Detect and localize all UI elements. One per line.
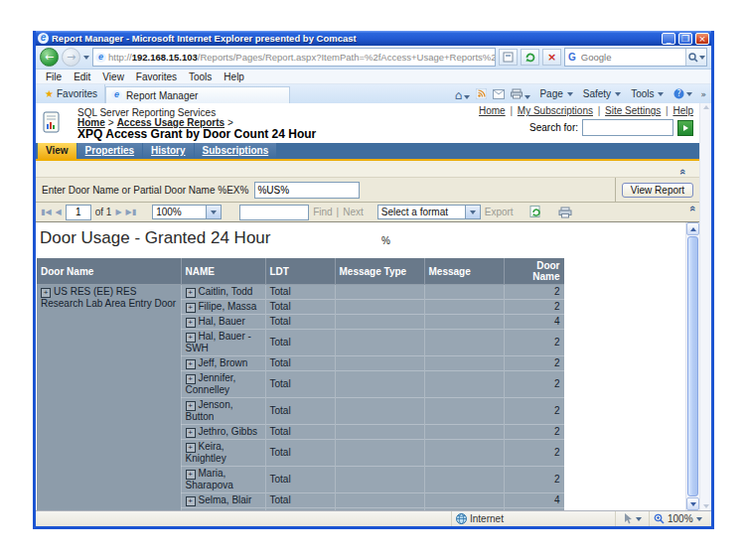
forward-button[interactable]: →: [62, 48, 80, 67]
expand-toggle-icon[interactable]: [186, 333, 196, 343]
report-scrollbar[interactable]: [685, 222, 699, 510]
count-cell: 2: [504, 425, 564, 440]
stop-button[interactable]: ×: [542, 49, 561, 66]
search-box[interactable]: G: [564, 48, 707, 67]
zoom-pane[interactable]: 100%: [650, 511, 711, 526]
zoom-magnifier-icon: [654, 513, 665, 524]
scroll-up-icon[interactable]: [686, 222, 699, 235]
protected-mode-pane[interactable]: [616, 511, 650, 526]
person-name-cell: Jeff, Brown: [181, 356, 265, 371]
menu-item-edit[interactable]: Edit: [68, 71, 96, 82]
collapse-toolbar-icon[interactable]: [687, 203, 699, 214]
address-input[interactable]: e http://192.168.15.103/Reports/Pages/Re…: [92, 48, 496, 67]
ldt-cell: Total: [265, 425, 335, 440]
refresh-button[interactable]: [521, 49, 539, 66]
site-search-go-button[interactable]: [677, 120, 693, 136]
refresh-report-icon[interactable]: [529, 206, 542, 218]
back-button[interactable]: ←: [40, 48, 59, 67]
column-header-name: NAME: [181, 258, 265, 285]
compatibility-icon: [503, 52, 514, 63]
mail-icon[interactable]: [493, 89, 505, 99]
count-cell: 2: [504, 371, 564, 398]
command-button-page[interactable]: Page: [534, 88, 577, 99]
column-header-ldt: LDT: [265, 258, 335, 285]
command-button-tools[interactable]: Tools: [626, 88, 669, 99]
top-link-help[interactable]: Help: [672, 105, 693, 116]
tab-view[interactable]: View: [38, 143, 76, 159]
format-select[interactable]: Select a format: [377, 205, 481, 219]
browser-scroll-up-icon[interactable]: [703, 105, 709, 109]
expand-toggle-icon[interactable]: [186, 401, 196, 411]
home-dropdown-icon[interactable]: [464, 95, 470, 99]
view-report-button[interactable]: View Report: [622, 183, 693, 198]
page-number-input[interactable]: [66, 205, 91, 220]
expand-toggle-icon[interactable]: [186, 496, 196, 506]
expand-toggle-icon[interactable]: [41, 288, 51, 298]
scroll-down-icon[interactable]: [686, 497, 699, 510]
feeds-icon[interactable]: [476, 88, 487, 99]
svg-text:?: ?: [677, 89, 681, 98]
expand-toggle-icon[interactable]: [186, 303, 196, 313]
url-host: 192.168.15.103: [132, 52, 198, 63]
help-menu-button[interactable]: ?: [669, 88, 697, 99]
status-bar: Internet 100%: [36, 510, 711, 526]
menu-item-help[interactable]: Help: [218, 71, 250, 82]
print-report-icon[interactable]: [558, 207, 572, 218]
expand-toggle-icon[interactable]: [186, 359, 196, 369]
menu-item-view[interactable]: View: [96, 71, 130, 82]
favorites-bar: ★ Favorites e Report Manager ⌂ PageSafet…: [36, 84, 711, 103]
toolbar-overflow-icon[interactable]: »: [697, 89, 709, 99]
site-search-input[interactable]: [582, 119, 673, 136]
maximize-button[interactable]: ❐: [678, 33, 692, 45]
print-dropdown-icon[interactable]: [524, 95, 530, 99]
home-button[interactable]: ⌂: [455, 85, 471, 103]
menu-item-tools[interactable]: Tools: [183, 71, 218, 82]
find-link[interactable]: Find: [313, 207, 332, 217]
search-options-icon[interactable]: [699, 56, 705, 60]
expand-toggle-icon[interactable]: [186, 470, 196, 480]
expand-toggle-icon[interactable]: [186, 428, 196, 438]
browser-scrollbar[interactable]: [699, 103, 711, 510]
next-page-icon[interactable]: ▶: [115, 208, 121, 216]
collapse-header-icon[interactable]: [677, 162, 689, 180]
pointer-dropdown-icon: [636, 517, 642, 521]
print-button[interactable]: [511, 85, 530, 103]
person-name-cell: Jenson, Button: [181, 398, 265, 425]
help-dropdown-icon: [686, 92, 692, 96]
browser-scroll-down-icon[interactable]: [703, 504, 709, 508]
first-page-icon[interactable]: ▮◀: [41, 208, 52, 216]
tab-report-manager[interactable]: e Report Manager: [105, 86, 290, 103]
menu-item-file[interactable]: File: [40, 71, 68, 82]
top-link-site-settings[interactable]: Site Settings: [605, 105, 661, 116]
web-search-input[interactable]: [579, 51, 685, 64]
window-title: Report Manager - Microsoft Internet Expl…: [52, 33, 659, 44]
next-link[interactable]: Next: [343, 207, 364, 217]
export-link[interactable]: Export: [485, 207, 514, 217]
expand-toggle-icon[interactable]: [186, 288, 196, 298]
message-cell: [424, 371, 504, 398]
last-page-icon[interactable]: ▶▮: [126, 208, 137, 216]
expand-toggle-icon[interactable]: [186, 443, 196, 453]
find-text-input[interactable]: [239, 205, 309, 220]
favorites-button[interactable]: ★ Favorites: [38, 84, 105, 103]
top-link-home[interactable]: Home: [479, 105, 506, 116]
minimize-button[interactable]: _: [662, 33, 675, 45]
command-button-safety[interactable]: Safety: [578, 88, 626, 99]
expand-toggle-icon[interactable]: [186, 318, 196, 328]
top-links: Home | My Subscriptions | Site Settings …: [477, 105, 695, 116]
prev-page-icon[interactable]: ◀: [56, 208, 62, 216]
tab-history[interactable]: History: [143, 143, 193, 159]
close-button[interactable]: ×: [695, 33, 709, 45]
history-dropdown-icon[interactable]: [83, 56, 89, 60]
tab-subscriptions[interactable]: Subscriptions: [195, 143, 277, 159]
search-for-label: Search for:: [529, 122, 578, 133]
search-button[interactable]: [685, 49, 706, 66]
scrollbar-thumb[interactable]: [687, 236, 698, 496]
menu-item-favorites[interactable]: Favorites: [130, 71, 183, 82]
compatibility-view-button[interactable]: [499, 49, 518, 66]
top-link-my-subscriptions[interactable]: My Subscriptions: [518, 105, 593, 116]
door-name-input[interactable]: [254, 182, 360, 199]
zoom-select[interactable]: 100%: [152, 205, 222, 219]
expand-toggle-icon[interactable]: [186, 374, 196, 384]
tab-properties[interactable]: Properties: [77, 143, 142, 159]
